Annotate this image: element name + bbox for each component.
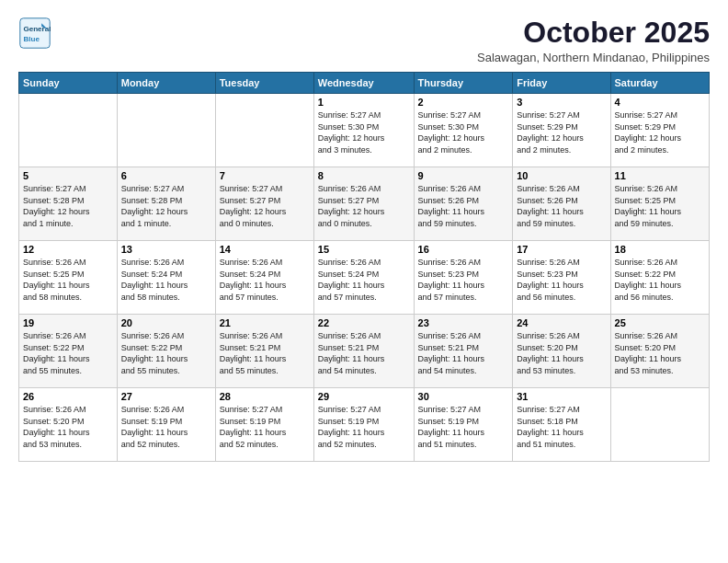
day-number: 11 — [615, 170, 705, 181]
calendar-cell: 6Sunrise: 5:27 AM Sunset: 5:28 PM Daylig… — [117, 167, 215, 241]
day-info: Sunrise: 5:26 AM Sunset: 5:21 PM Dayligh… — [318, 330, 410, 376]
day-info: Sunrise: 5:26 AM Sunset: 5:25 PM Dayligh… — [23, 257, 113, 303]
calendar-cell: 30Sunrise: 5:27 AM Sunset: 5:19 PM Dayli… — [414, 388, 513, 462]
day-number: 20 — [121, 317, 211, 328]
calendar-cell: 13Sunrise: 5:26 AM Sunset: 5:24 PM Dayli… — [117, 241, 215, 315]
calendar-cell: 31Sunrise: 5:27 AM Sunset: 5:18 PM Dayli… — [513, 388, 610, 462]
day-info: Sunrise: 5:27 AM Sunset: 5:28 PM Dayligh… — [23, 183, 113, 229]
calendar-week-1: 1Sunrise: 5:27 AM Sunset: 5:30 PM Daylig… — [19, 94, 710, 167]
day-number: 25 — [615, 317, 705, 328]
calendar-cell — [610, 388, 709, 462]
day-header-saturday: Saturday — [610, 73, 709, 94]
day-info: Sunrise: 5:26 AM Sunset: 5:24 PM Dayligh… — [121, 257, 211, 303]
day-info: Sunrise: 5:27 AM Sunset: 5:19 PM Dayligh… — [418, 404, 509, 450]
calendar-cell: 28Sunrise: 5:27 AM Sunset: 5:19 PM Dayli… — [215, 388, 313, 462]
calendar-cell: 8Sunrise: 5:26 AM Sunset: 5:27 PM Daylig… — [313, 167, 414, 241]
calendar-cell: 22Sunrise: 5:26 AM Sunset: 5:21 PM Dayli… — [313, 315, 414, 388]
header-row: SundayMondayTuesdayWednesdayThursdayFrid… — [19, 73, 710, 94]
day-info: Sunrise: 5:26 AM Sunset: 5:23 PM Dayligh… — [517, 257, 606, 303]
calendar-cell: 9Sunrise: 5:26 AM Sunset: 5:26 PM Daylig… — [414, 167, 513, 241]
day-info: Sunrise: 5:26 AM Sunset: 5:20 PM Dayligh… — [23, 404, 113, 450]
calendar-cell: 16Sunrise: 5:26 AM Sunset: 5:23 PM Dayli… — [414, 241, 513, 315]
calendar-cell: 5Sunrise: 5:27 AM Sunset: 5:28 PM Daylig… — [19, 167, 118, 241]
calendar-week-4: 19Sunrise: 5:26 AM Sunset: 5:22 PM Dayli… — [19, 315, 710, 388]
day-number: 31 — [517, 391, 606, 402]
day-info: Sunrise: 5:26 AM Sunset: 5:22 PM Dayligh… — [23, 330, 113, 376]
day-number: 9 — [418, 170, 509, 181]
day-number: 29 — [318, 391, 410, 402]
calendar-cell: 18Sunrise: 5:26 AM Sunset: 5:22 PM Dayli… — [610, 241, 709, 315]
day-info: Sunrise: 5:26 AM Sunset: 5:26 PM Dayligh… — [418, 183, 509, 229]
calendar-cell: 27Sunrise: 5:26 AM Sunset: 5:19 PM Dayli… — [117, 388, 215, 462]
day-info: Sunrise: 5:27 AM Sunset: 5:29 PM Dayligh… — [517, 109, 606, 155]
title-block: October 2025 Salawagan, Northern Mindana… — [477, 17, 710, 64]
calendar-cell: 1Sunrise: 5:27 AM Sunset: 5:30 PM Daylig… — [313, 94, 414, 167]
day-header-friday: Friday — [513, 73, 610, 94]
calendar-table: SundayMondayTuesdayWednesdayThursdayFrid… — [18, 72, 710, 462]
day-header-tuesday: Tuesday — [215, 73, 313, 94]
day-number: 19 — [23, 317, 113, 328]
day-number: 4 — [615, 97, 705, 108]
day-info: Sunrise: 5:26 AM Sunset: 5:23 PM Dayligh… — [418, 257, 509, 303]
calendar-body: 1Sunrise: 5:27 AM Sunset: 5:30 PM Daylig… — [19, 94, 710, 462]
logo-icon: General Blue — [18, 17, 51, 50]
day-info: Sunrise: 5:26 AM Sunset: 5:21 PM Dayligh… — [418, 330, 509, 376]
day-number: 3 — [517, 97, 606, 108]
day-info: Sunrise: 5:27 AM Sunset: 5:19 PM Dayligh… — [220, 404, 310, 450]
day-number: 28 — [220, 391, 310, 402]
calendar-cell: 23Sunrise: 5:26 AM Sunset: 5:21 PM Dayli… — [414, 315, 513, 388]
day-number: 16 — [418, 244, 509, 255]
logo: General Blue General Blue — [18, 17, 51, 50]
day-info: Sunrise: 5:27 AM Sunset: 5:28 PM Dayligh… — [121, 183, 211, 229]
calendar-week-3: 12Sunrise: 5:26 AM Sunset: 5:25 PM Dayli… — [19, 241, 710, 315]
calendar-cell: 26Sunrise: 5:26 AM Sunset: 5:20 PM Dayli… — [19, 388, 118, 462]
day-number: 18 — [615, 244, 705, 255]
day-info: Sunrise: 5:27 AM Sunset: 5:29 PM Dayligh… — [615, 109, 705, 155]
calendar-cell: 24Sunrise: 5:26 AM Sunset: 5:20 PM Dayli… — [513, 315, 610, 388]
day-info: Sunrise: 5:26 AM Sunset: 5:26 PM Dayligh… — [517, 183, 606, 229]
day-info: Sunrise: 5:26 AM Sunset: 5:19 PM Dayligh… — [121, 404, 211, 450]
day-info: Sunrise: 5:26 AM Sunset: 5:25 PM Dayligh… — [615, 183, 705, 229]
day-info: Sunrise: 5:27 AM Sunset: 5:30 PM Dayligh… — [318, 109, 410, 155]
calendar-cell — [117, 94, 215, 167]
calendar-header: SundayMondayTuesdayWednesdayThursdayFrid… — [19, 73, 710, 94]
day-number: 7 — [220, 170, 310, 181]
day-header-monday: Monday — [117, 73, 215, 94]
calendar-cell: 3Sunrise: 5:27 AM Sunset: 5:29 PM Daylig… — [513, 94, 610, 167]
day-number: 10 — [517, 170, 606, 181]
day-info: Sunrise: 5:26 AM Sunset: 5:22 PM Dayligh… — [121, 330, 211, 376]
svg-text:General: General — [23, 25, 51, 33]
day-number: 22 — [318, 317, 410, 328]
day-header-wednesday: Wednesday — [313, 73, 414, 94]
day-info: Sunrise: 5:27 AM Sunset: 5:30 PM Dayligh… — [418, 109, 509, 155]
day-info: Sunrise: 5:27 AM Sunset: 5:27 PM Dayligh… — [220, 183, 310, 229]
calendar-cell — [19, 94, 118, 167]
day-number: 15 — [318, 244, 410, 255]
day-number: 26 — [23, 391, 113, 402]
calendar-cell: 7Sunrise: 5:27 AM Sunset: 5:27 PM Daylig… — [215, 167, 313, 241]
calendar-cell: 14Sunrise: 5:26 AM Sunset: 5:24 PM Dayli… — [215, 241, 313, 315]
calendar-cell: 19Sunrise: 5:26 AM Sunset: 5:22 PM Dayli… — [19, 315, 118, 388]
day-info: Sunrise: 5:26 AM Sunset: 5:24 PM Dayligh… — [318, 257, 410, 303]
calendar-week-2: 5Sunrise: 5:27 AM Sunset: 5:28 PM Daylig… — [19, 167, 710, 241]
calendar-cell: 21Sunrise: 5:26 AM Sunset: 5:21 PM Dayli… — [215, 315, 313, 388]
calendar-cell — [215, 94, 313, 167]
day-info: Sunrise: 5:26 AM Sunset: 5:22 PM Dayligh… — [615, 257, 705, 303]
day-info: Sunrise: 5:26 AM Sunset: 5:27 PM Dayligh… — [318, 183, 410, 229]
calendar-cell: 17Sunrise: 5:26 AM Sunset: 5:23 PM Dayli… — [513, 241, 610, 315]
day-info: Sunrise: 5:26 AM Sunset: 5:20 PM Dayligh… — [615, 330, 705, 376]
day-number: 12 — [23, 244, 113, 255]
day-info: Sunrise: 5:26 AM Sunset: 5:20 PM Dayligh… — [517, 330, 606, 376]
page: General Blue General Blue October 2025 S… — [0, 0, 728, 563]
day-header-thursday: Thursday — [414, 73, 513, 94]
day-info: Sunrise: 5:26 AM Sunset: 5:21 PM Dayligh… — [220, 330, 310, 376]
calendar-cell: 15Sunrise: 5:26 AM Sunset: 5:24 PM Dayli… — [313, 241, 414, 315]
day-number: 27 — [121, 391, 211, 402]
day-number: 24 — [517, 317, 606, 328]
day-number: 13 — [121, 244, 211, 255]
day-number: 1 — [318, 97, 410, 108]
svg-text:Blue: Blue — [23, 35, 40, 43]
day-info: Sunrise: 5:27 AM Sunset: 5:18 PM Dayligh… — [517, 404, 606, 450]
day-info: Sunrise: 5:26 AM Sunset: 5:24 PM Dayligh… — [220, 257, 310, 303]
day-info: Sunrise: 5:27 AM Sunset: 5:19 PM Dayligh… — [318, 404, 410, 450]
